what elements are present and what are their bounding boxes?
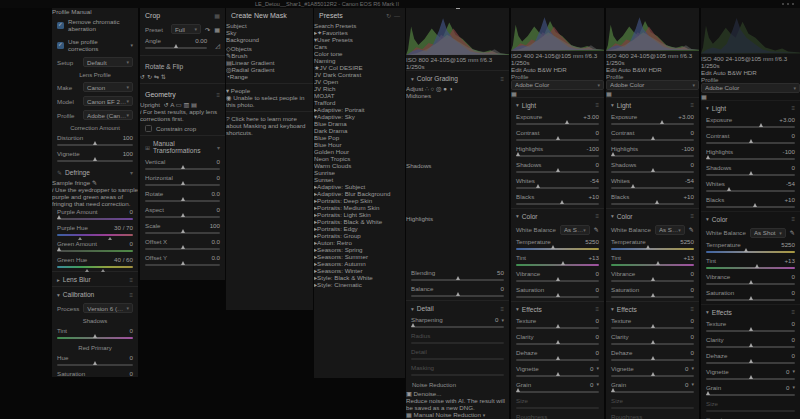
flyout-icon[interactable]: ▾ xyxy=(596,365,599,371)
slider-track[interactable] xyxy=(516,264,599,266)
preset-group-seasons-autumn[interactable]: ▸Seasons: Autumn xyxy=(314,260,405,267)
remove-chromatic-aberration-checkbox[interactable]: Remove chromatic aberration xyxy=(52,15,138,35)
slider-vignette[interactable]: Vignette0▾ xyxy=(606,364,699,380)
slider-track[interactable] xyxy=(611,155,694,157)
slider-track[interactable] xyxy=(706,346,795,348)
flyout-icon[interactable]: ▾ xyxy=(596,381,599,387)
slider-contrast[interactable]: Contrast0 xyxy=(701,131,800,147)
slider-track[interactable] xyxy=(706,283,795,285)
manual-noise-reduction-toggle[interactable]: ▦ Manual Noise Reduction ▾ xyxy=(406,411,509,418)
preset-item-blue-hour[interactable]: Blue Hour xyxy=(314,141,405,148)
highlights-wheel-icon[interactable]: ● xyxy=(443,85,447,92)
slider-thumb[interactable] xyxy=(651,293,655,297)
reset-icon[interactable]: ≡ xyxy=(595,102,599,108)
color-grading-header[interactable]: ▾ Color Grading ≡ xyxy=(406,70,509,85)
slider-thumb[interactable] xyxy=(93,361,97,365)
preset-group-portraits-medium-skin[interactable]: ▸Portraits: Medium Skin xyxy=(314,204,405,211)
slider-track[interactable] xyxy=(611,248,694,250)
hdr-button[interactable]: HDR xyxy=(648,66,661,73)
slider-angle[interactable]: Angle0.00 xyxy=(140,36,212,52)
slider-track[interactable] xyxy=(706,378,795,380)
eyedropper-icon[interactable]: ✎ xyxy=(689,226,694,233)
color-header[interactable]: ▾ Color ≡ xyxy=(701,211,800,226)
preset-item-naming[interactable]: Naming xyxy=(314,57,405,64)
slider-clarity[interactable]: Clarity0 xyxy=(511,332,604,348)
preset-group-adaptive-portrait[interactable]: ▸Adaptive: Portrait xyxy=(314,106,405,113)
slider-thumb[interactable] xyxy=(727,187,731,191)
slider-track[interactable] xyxy=(516,203,599,205)
slider-thumb[interactable] xyxy=(706,391,710,395)
hdr-button[interactable]: HDR xyxy=(743,69,756,76)
effects-header[interactable]: ▾ Effects ≡ xyxy=(701,304,800,319)
bw-button[interactable]: B&W xyxy=(633,66,647,73)
slider-temperature[interactable]: Temperature5250 xyxy=(511,237,604,253)
preset-group-adaptive-sky[interactable]: ▾Adaptive: Sky xyxy=(314,113,405,120)
slider-tint[interactable]: Tint0 xyxy=(52,326,138,342)
slider-shadows[interactable]: Shadows0 xyxy=(606,160,699,176)
slider-track[interactable] xyxy=(611,359,694,361)
defringe-header[interactable]: ✎ Defringe ▾ xyxy=(52,165,138,179)
slider-blacks[interactable]: Blacks+10 xyxy=(606,192,699,208)
flyout-icon[interactable]: ▾ xyxy=(483,412,486,418)
slider-track[interactable] xyxy=(611,296,694,298)
slider-track[interactable] xyxy=(706,126,795,128)
slider-track[interactable] xyxy=(57,364,133,366)
slider-track[interactable] xyxy=(706,362,795,364)
reset-icon[interactable]: ≡ xyxy=(690,306,694,312)
slider-offset-x[interactable]: Offset X0.0 xyxy=(140,237,225,253)
slider-track[interactable] xyxy=(611,327,694,329)
slider-thumb[interactable] xyxy=(749,139,753,143)
slider-thumb[interactable] xyxy=(749,171,753,175)
slider-exposure[interactable]: Exposure+3.00 xyxy=(606,112,699,128)
slider-vibrance[interactable]: Vibrance0 xyxy=(701,272,800,288)
make-dropdown[interactable]: Canon▾ xyxy=(83,82,133,92)
preset-group-portraits-group[interactable]: ▸Portraits: Group xyxy=(314,232,405,239)
preset-group-seasons-winter[interactable]: ▸Seasons: Winter xyxy=(314,267,405,274)
preset-item-warm-clouds[interactable]: Warm Clouds xyxy=(314,162,405,169)
white-balance-dropdown[interactable]: As Shot▾ xyxy=(750,228,786,238)
slider-rotate[interactable]: Rotate0.0 xyxy=(140,189,225,205)
eyedropper-icon[interactable]: ✎ xyxy=(92,179,97,186)
hdr-button[interactable]: HDR xyxy=(553,66,566,73)
slider-dehaze[interactable]: Dehaze0 xyxy=(606,348,699,364)
upright-full-icon[interactable]: ▥ xyxy=(183,101,189,108)
slider-whites[interactable]: Whites-54 xyxy=(701,179,800,195)
slider-thumb[interactable] xyxy=(57,247,61,251)
shadows-color-wheel[interactable] xyxy=(406,169,448,211)
profile-dropdown[interactable]: Adobe Color▾ xyxy=(701,83,800,93)
slider-exposure[interactable]: Exposure+3.00 xyxy=(701,115,800,131)
preset-group-user-presets[interactable]: ▾User Presets xyxy=(314,36,405,43)
slider-thumb[interactable] xyxy=(749,327,753,331)
slider-track[interactable] xyxy=(706,330,795,332)
flyout-icon[interactable]: ▾ xyxy=(130,169,133,176)
slider-temperature[interactable]: Temperature5250 xyxy=(701,240,800,256)
slider-thumb[interactable] xyxy=(551,245,555,249)
reset-icon[interactable]: ≡ xyxy=(500,76,504,82)
light-header[interactable]: ▾ Light ≡ xyxy=(511,97,604,112)
upright-guided-icon[interactable]: ▤ xyxy=(191,101,197,108)
reset-icon[interactable]: ≡ xyxy=(500,306,504,312)
upright-level-icon[interactable]: A xyxy=(170,101,174,108)
slider-thumb[interactable] xyxy=(759,123,763,127)
slider-purple-amount[interactable]: Purple Amount0 xyxy=(52,207,138,223)
reset-icon[interactable]: ≡ xyxy=(791,105,795,111)
slider-contrast[interactable]: Contrast0 xyxy=(511,128,604,144)
slider-highlights[interactable]: Highlights-100 xyxy=(511,144,604,160)
slider-thumb[interactable] xyxy=(536,184,540,188)
white-balance-dropdown[interactable]: As Shot▾ xyxy=(655,225,685,235)
profile-browser-icon[interactable]: ▦ xyxy=(701,93,707,100)
manual-transformations-header[interactable]: ⊞ Manual Transformations ▾ xyxy=(140,135,225,157)
aspect-grid-icon[interactable]: ▦ xyxy=(214,26,220,33)
masking-help-link[interactable]: ? Click here to learn more about Masking… xyxy=(226,115,313,136)
flyout-icon[interactable]: ▾ xyxy=(792,384,795,390)
slider-thumb[interactable] xyxy=(611,152,615,156)
slider-thumb[interactable] xyxy=(646,245,650,249)
mask-tool-objects[interactable]: ◇Objects xyxy=(226,45,313,52)
slider-vibrance[interactable]: Vibrance0 xyxy=(606,269,699,285)
slider-thumb[interactable] xyxy=(651,324,655,328)
rotate-left-icon[interactable]: ↺ xyxy=(140,73,145,80)
slider-thumb[interactable] xyxy=(560,200,564,204)
slider-track[interactable] xyxy=(411,295,504,297)
slider-offset-y[interactable]: Offset Y0.0 xyxy=(140,253,225,269)
histogram[interactable] xyxy=(701,8,800,55)
